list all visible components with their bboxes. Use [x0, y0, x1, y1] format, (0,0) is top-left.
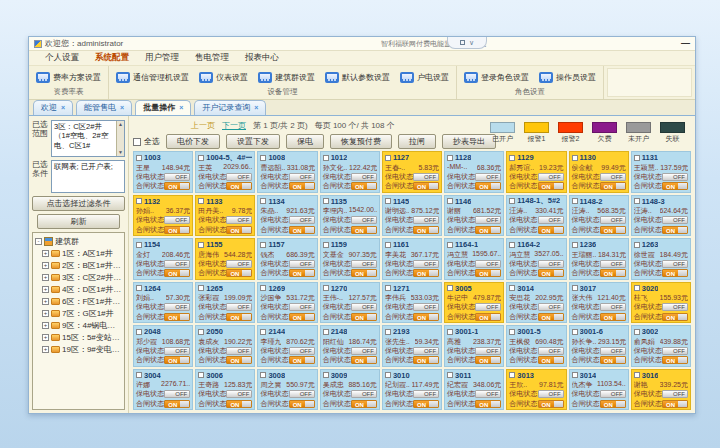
card-checkbox[interactable]: [260, 329, 266, 335]
gate-toggle[interactable]: ON: [538, 226, 564, 234]
gate-toggle[interactable]: ON: [600, 182, 626, 190]
power-protect-toggle[interactable]: OFF: [164, 390, 190, 398]
meter-card[interactable]: 1264 刘娟.. 57.30元 保电状态 OFF 合闸状态: [133, 282, 193, 324]
expand-icon[interactable]: +: [42, 334, 49, 341]
card-checkbox[interactable]: [634, 242, 640, 248]
gate-toggle[interactable]: ON: [351, 313, 377, 321]
tree-root-node[interactable]: - 建筑群: [35, 235, 122, 247]
meter-card[interactable]: 1148-1、5#2 汪涛.. 330.41元 保电状态 OFF 合闸状态: [506, 195, 566, 237]
meter-card[interactable]: 1004-5、4#一 王英 2029.66.. 保电状态 OFF 合闸状态: [195, 151, 255, 193]
power-protect-toggle[interactable]: OFF: [413, 347, 439, 355]
power-protect-toggle[interactable]: OFF: [413, 216, 439, 224]
selected-range-box[interactable]: 3区：C区2#井（1#空电、2#空电、C区1# ▲▼: [51, 120, 125, 157]
meter-card[interactable]: 1159 文基金 907.35元 保电状态 OFF 合闸状态: [320, 238, 380, 280]
meter-card[interactable]: 3014 安思花 202.95元 保电状态 OFF 合闸状态: [506, 282, 566, 324]
meter-card[interactable]: 3014 仇杰争 1103.54.. 保电状态 OFF 合闸状态: [569, 369, 629, 411]
gate-toggle[interactable]: ON: [475, 400, 501, 408]
menu-item[interactable]: 用户管理: [145, 52, 179, 64]
card-checkbox[interactable]: [634, 372, 640, 378]
gate-toggle[interactable]: ON: [662, 269, 688, 277]
gate-toggle[interactable]: ON: [600, 356, 626, 364]
card-checkbox[interactable]: [634, 285, 640, 291]
card-checkbox[interactable]: [136, 285, 142, 291]
meter-card[interactable]: 2144 李瑾九 870.62元 保电状态 OFF 合闸状态: [257, 325, 317, 367]
gate-toggle[interactable]: ON: [226, 356, 252, 364]
meter-card[interactable]: 1008 曹远韶.. 331.08元 保电状态 OFF 合闸状态: [257, 151, 317, 193]
gate-toggle[interactable]: ON: [226, 400, 252, 408]
gate-toggle[interactable]: ON: [600, 400, 626, 408]
expand-icon[interactable]: +: [42, 286, 49, 293]
ribbon-button[interactable]: 通信管理机设置: [116, 72, 189, 83]
card-checkbox[interactable]: [198, 242, 204, 248]
meter-card[interactable]: 1130 侯金献 99.49元 保电状态 OFF 合闸状态: [569, 151, 629, 193]
gate-toggle[interactable]: ON: [164, 400, 190, 408]
power-protect-toggle[interactable]: OFF: [351, 216, 377, 224]
expand-icon[interactable]: +: [42, 274, 49, 281]
ribbon-button[interactable]: 户电设置: [400, 72, 449, 83]
tree-node[interactable]: + 6区：F区1#井（F区1#: [42, 295, 122, 307]
card-checkbox[interactable]: [260, 198, 266, 204]
card-checkbox[interactable]: [385, 329, 391, 335]
expand-icon[interactable]: +: [42, 346, 49, 353]
document-tab[interactable]: 能管售电 ×: [76, 100, 132, 115]
meter-card[interactable]: 3013 王欣.. 97.81元 保电状态 OFF 合闸状态: [506, 369, 566, 411]
gate-toggle[interactable]: ON: [538, 269, 564, 277]
card-checkbox[interactable]: [572, 242, 578, 248]
card-checkbox[interactable]: [323, 242, 329, 248]
card-checkbox[interactable]: [509, 198, 515, 204]
power-protect-toggle[interactable]: OFF: [226, 216, 252, 224]
card-checkbox[interactable]: [509, 329, 515, 335]
power-protect-toggle[interactable]: OFF: [475, 303, 501, 311]
gate-toggle[interactable]: ON: [164, 356, 190, 364]
gate-toggle[interactable]: ON: [226, 269, 252, 277]
power-protect-toggle[interactable]: OFF: [413, 173, 439, 181]
gate-toggle[interactable]: ON: [600, 313, 626, 321]
power-protect-toggle[interactable]: OFF: [226, 347, 252, 355]
power-protect-toggle[interactable]: OFF: [475, 173, 501, 181]
meter-card[interactable]: 1131 王颖慧.. 137.59元 保电状态 OFF 合闸状态: [631, 151, 691, 193]
power-protect-toggle[interactable]: OFF: [538, 303, 564, 311]
power-protect-toggle[interactable]: OFF: [289, 390, 315, 398]
tab-close-icon[interactable]: ×: [61, 104, 65, 111]
meter-card[interactable]: 3020 桂飞 155.93元 保电状态 OFF 合闸状态: [631, 282, 691, 324]
gate-toggle[interactable]: ON: [413, 400, 439, 408]
gate-toggle[interactable]: ON: [538, 313, 564, 321]
card-checkbox[interactable]: [509, 372, 515, 378]
meter-card[interactable]: 1155 唐海伟 544.28元 保电状态 OFF 合闸状态: [195, 238, 255, 280]
gate-toggle[interactable]: ON: [289, 269, 315, 277]
tree-node[interactable]: + 2区：B区1#井(B区1#…: [42, 259, 122, 271]
window-controls-tab[interactable]: ∨: [447, 37, 487, 49]
card-checkbox[interactable]: [136, 242, 142, 248]
gate-toggle[interactable]: ON: [226, 313, 252, 321]
meter-card[interactable]: 1148-2 汪涛.. 568.35元 保电状态 OFF 合闸状态: [569, 195, 629, 237]
power-protect-toggle[interactable]: OFF: [600, 347, 626, 355]
card-checkbox[interactable]: [136, 372, 142, 378]
power-protect-toggle[interactable]: OFF: [600, 303, 626, 311]
power-protect-toggle[interactable]: OFF: [475, 390, 501, 398]
card-checkbox[interactable]: [260, 285, 266, 291]
power-protect-toggle[interactable]: OFF: [413, 390, 439, 398]
tab-close-icon[interactable]: ×: [254, 104, 258, 111]
meter-card[interactable]: 2048 郑少霞 108.68元 保电状态 OFF 合闸状态: [133, 325, 193, 367]
power-protect-toggle[interactable]: OFF: [351, 347, 377, 355]
card-checkbox[interactable]: [136, 198, 142, 204]
ribbon-button[interactable]: 登录角色设置: [464, 72, 529, 83]
gate-toggle[interactable]: ON: [226, 182, 252, 190]
power-protect-toggle[interactable]: OFF: [289, 303, 315, 311]
expand-icon[interactable]: +: [42, 298, 49, 305]
gate-toggle[interactable]: ON: [662, 400, 688, 408]
expand-icon[interactable]: +: [42, 310, 49, 317]
power-protect-toggle[interactable]: OFF: [538, 216, 564, 224]
gate-toggle[interactable]: ON: [475, 313, 501, 321]
gate-toggle[interactable]: ON: [538, 356, 564, 364]
meter-card[interactable]: 1154 金灯 208.46元 保电状态 OFF 合闸状态: [133, 238, 193, 280]
gate-toggle[interactable]: ON: [475, 182, 501, 190]
gate-toggle[interactable]: ON: [289, 226, 315, 234]
meter-card[interactable]: 1161 李美花 367.17元 保电状态 OFF 合闸状态: [382, 238, 442, 280]
power-protect-toggle[interactable]: OFF: [164, 303, 190, 311]
card-checkbox[interactable]: [260, 242, 266, 248]
expand-icon[interactable]: +: [42, 262, 49, 269]
meter-card[interactable]: 3005 牛记中 479.87元 保电状态 OFF 合闸状态: [444, 282, 504, 324]
power-protect-toggle[interactable]: OFF: [351, 173, 377, 181]
meter-card[interactable]: 1269 沙国争 531.72元 保电状态 OFF 合闸状态: [257, 282, 317, 324]
